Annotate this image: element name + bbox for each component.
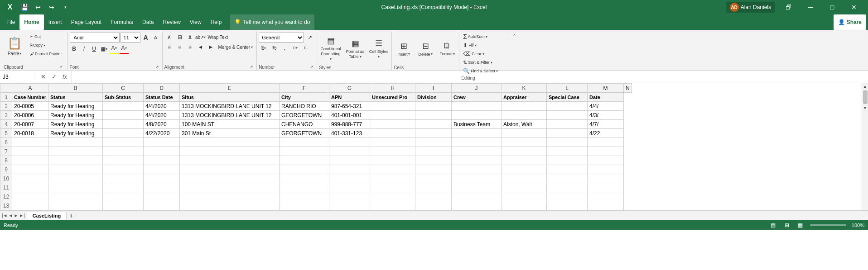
cell[interactable] [12, 174, 48, 183]
row-number[interactable]: 1 [0, 93, 12, 102]
sort-arrow[interactable]: ▾ [491, 61, 492, 65]
col-header-i[interactable]: I [415, 84, 452, 93]
cell[interactable] [48, 147, 103, 156]
menu-help[interactable]: Help [206, 14, 227, 30]
cell[interactable] [588, 201, 624, 210]
row-number[interactable]: 12 [0, 192, 12, 201]
cell[interactable] [547, 174, 588, 183]
wrap-text-button[interactable]: Wrap Text [206, 33, 230, 41]
share-button[interactable]: 👤 Share [834, 14, 866, 30]
insert-button[interactable]: ⊞ Insert ▾ [394, 35, 414, 62]
cell[interactable] [280, 183, 329, 192]
cell[interactable] [502, 174, 547, 183]
cell[interactable] [547, 201, 588, 210]
number-expand[interactable]: ↗ [309, 64, 315, 70]
col-header-b[interactable]: B [48, 84, 103, 93]
menu-view[interactable]: View [185, 14, 206, 30]
cell[interactable] [588, 147, 624, 156]
font-size-select[interactable]: 11 [121, 33, 140, 43]
cell[interactable] [180, 201, 280, 210]
page-break-view-button[interactable]: ▦ [796, 221, 805, 229]
fill-color-button[interactable]: A▾ [110, 43, 119, 52]
cell[interactable] [280, 156, 329, 165]
cell[interactable] [12, 165, 48, 174]
cell[interactable] [452, 201, 502, 210]
cell[interactable] [547, 129, 588, 138]
cell[interactable] [452, 102, 502, 111]
cell[interactable] [415, 102, 452, 111]
cell[interactable]: Ready for Hearing [48, 111, 103, 120]
cell[interactable]: Crew [452, 93, 502, 102]
cell[interactable]: 100 MAIN ST [180, 120, 280, 129]
format-painter-button[interactable]: 🖌 Format Painter [28, 50, 64, 58]
cell[interactable]: Ready for Hearing [48, 129, 103, 138]
cell[interactable] [502, 165, 547, 174]
save-button[interactable]: 💾 [19, 2, 30, 13]
cell[interactable]: 301 Main St [180, 129, 280, 138]
cell[interactable] [48, 192, 103, 201]
cell[interactable] [452, 174, 502, 183]
cell[interactable] [370, 111, 415, 120]
cell[interactable] [103, 201, 144, 210]
menu-file[interactable]: File [2, 14, 19, 30]
cell[interactable] [180, 183, 280, 192]
cell[interactable] [452, 183, 502, 192]
cell[interactable] [547, 102, 588, 111]
cell[interactable] [370, 174, 415, 183]
next-sheet-button[interactable]: ► [14, 213, 18, 218]
cell[interactable]: CHENANGO [280, 120, 329, 129]
cell[interactable] [12, 183, 48, 192]
close-button[interactable]: ✕ [844, 0, 864, 14]
cell[interactable] [588, 156, 624, 165]
cell[interactable]: 4/7/ [588, 120, 624, 129]
cell[interactable]: Division [415, 93, 452, 102]
cell[interactable] [502, 111, 547, 120]
prev-sheet-button[interactable]: ◄ [9, 213, 13, 218]
conditional-formatting-button[interactable]: ▤ Conditional Formatting ▾ [319, 35, 342, 62]
cell[interactable]: 4/4/2020 [144, 102, 180, 111]
cell[interactable]: GEORGETOWN [280, 129, 329, 138]
row-number[interactable]: 6 [0, 138, 12, 147]
last-sheet-button[interactable]: ►| [19, 213, 25, 218]
increase-decimal-button[interactable]: .0+ [290, 43, 300, 52]
row-number[interactable]: 9 [0, 165, 12, 174]
align-top-button[interactable]: ⊼ [164, 33, 174, 42]
cell[interactable]: GEORGETOWN [280, 111, 329, 120]
col-header-d[interactable]: D [144, 84, 180, 93]
col-header-k[interactable]: K [502, 84, 547, 93]
decrease-indent-button[interactable]: ◄ [196, 43, 206, 52]
cell[interactable] [103, 102, 144, 111]
cell[interactable]: 4/22 [588, 129, 624, 138]
cell[interactable]: Business Team [452, 120, 502, 129]
first-sheet-button[interactable]: |◄ [2, 213, 8, 218]
cell[interactable] [329, 183, 370, 192]
row-number[interactable]: 7 [0, 147, 12, 156]
cell[interactable] [588, 192, 624, 201]
cell[interactable] [329, 201, 370, 210]
cell[interactable] [180, 156, 280, 165]
font-color-button[interactable]: A▾ [120, 43, 129, 52]
col-header-c[interactable]: C [103, 84, 144, 93]
restore-down-button[interactable]: 🗗 [778, 0, 799, 14]
cell[interactable] [12, 156, 48, 165]
cell[interactable] [452, 147, 502, 156]
row-number[interactable]: 2 [0, 102, 12, 111]
cell[interactable] [144, 165, 180, 174]
cell[interactable] [547, 138, 588, 147]
undo-button[interactable]: ↩ [33, 2, 43, 13]
italic-button[interactable]: I [80, 44, 89, 53]
col-header-n[interactable]: N [624, 84, 632, 93]
find-arrow[interactable]: ▾ [496, 69, 498, 73]
underline-button[interactable]: U [90, 44, 99, 53]
cell[interactable] [180, 192, 280, 201]
orientation-button[interactable]: ab↗▾ [196, 33, 206, 42]
paste-button[interactable]: 📋 Paste ▾ [4, 33, 25, 60]
spreadsheet[interactable]: A B C D E F G H I J K L M N 1Case Number… [0, 83, 862, 210]
find-select-button[interactable]: 🔍 Find & Select ▾ [461, 67, 500, 75]
redo-button[interactable]: ↪ [46, 2, 57, 13]
cell[interactable] [370, 192, 415, 201]
menu-insert[interactable]: Insert [44, 14, 67, 30]
cell[interactable] [415, 111, 452, 120]
row-number[interactable]: 10 [0, 174, 12, 183]
cell[interactable]: APN [329, 93, 370, 102]
